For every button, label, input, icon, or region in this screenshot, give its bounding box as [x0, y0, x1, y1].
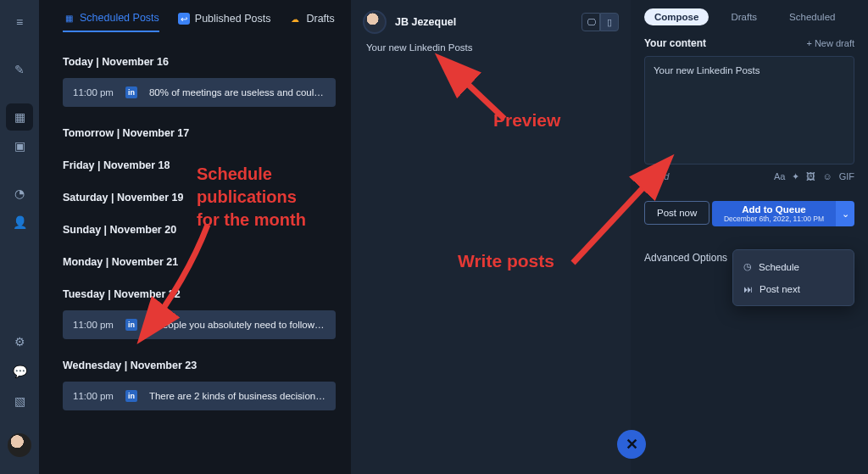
post-editor[interactable]: Your new Linkedin Posts: [644, 56, 854, 165]
scheduled-post-row[interactable]: 11:00 pmin80% of meetings are useless an…: [63, 78, 336, 107]
post-time: 11:00 pm: [73, 87, 114, 98]
new-draft-button[interactable]: + New draft: [806, 38, 854, 48]
post-title: 3 people you absolutely need to follow a…: [149, 320, 326, 330]
ai-icon[interactable]: ✦: [792, 171, 799, 182]
tab-scheduled[interactable]: ▦ Scheduled Posts: [63, 12, 159, 32]
compose-tab-drafts[interactable]: Drafts: [721, 8, 767, 25]
day-label: Friday | November 18: [63, 159, 336, 171]
linkedin-icon: in: [125, 319, 137, 331]
tab-drafts[interactable]: ☁ Drafts: [289, 12, 334, 32]
device-toggle: 🖵 ▯: [581, 13, 619, 31]
preview-author: JB Jezequel: [395, 16, 456, 28]
clock-icon: ◷: [743, 261, 752, 272]
board-icon[interactable]: ▧: [6, 388, 33, 415]
scheduled-post-row[interactable]: 11:00 pmin3 people you absolutely need t…: [63, 310, 336, 339]
day-label: Saturday | November 19: [63, 192, 336, 204]
day-label: Tuesday | November 22: [63, 288, 336, 300]
mobile-icon[interactable]: ▯: [600, 13, 619, 31]
compose-tab-scheduled[interactable]: Scheduled: [779, 8, 845, 25]
post-now-button[interactable]: Post now: [644, 201, 709, 225]
gif-icon[interactable]: GIF: [839, 171, 854, 182]
linkedin-icon: in: [125, 86, 137, 98]
day-label: Monday | November 21: [63, 256, 336, 268]
preview-pane: JB Jezequel 🖵 ▯ Your new Linkedin Posts: [351, 0, 631, 474]
next-icon: ⏭: [743, 284, 753, 294]
content-label: Your content: [644, 37, 706, 49]
published-icon: ↩: [178, 13, 190, 25]
tab-published-label: Published Posts: [195, 13, 271, 25]
avatar[interactable]: [8, 433, 31, 457]
tab-drafts-label: Drafts: [306, 13, 334, 25]
preview-body: Your new Linkedin Posts: [363, 42, 619, 53]
grid-icon[interactable]: ▦: [6, 103, 33, 131]
desktop-icon[interactable]: 🖵: [581, 13, 600, 31]
queue-caret[interactable]: ⌄: [836, 201, 854, 226]
clock-icon[interactable]: ◔: [6, 180, 33, 207]
queue-sub: December 6th, 2022, 11:00 PM: [724, 215, 824, 223]
dropdown-post-next[interactable]: ⏭ Post next: [733, 278, 854, 300]
dropdown-schedule-label: Schedule: [759, 262, 799, 272]
side-rail: ≡ ✎ ▦ ▣ ◔ 👤 ⚙ 💬 ▧: [0, 0, 39, 474]
compose-tab-sent[interactable]: Sent: [857, 8, 868, 25]
post-title: 80% of meetings are useless and could be…: [149, 87, 326, 98]
day-label: Wednesday | November 23: [63, 360, 336, 371]
add-to-queue-button[interactable]: Add to Queue December 6th, 2022, 11:00 P…: [712, 201, 836, 226]
post-time: 11:00 pm: [73, 320, 114, 330]
linkedin-icon: in: [125, 390, 137, 402]
sliders-icon[interactable]: ⚙: [6, 328, 33, 355]
close-button[interactable]: ✕: [617, 430, 646, 459]
avatar: [363, 10, 387, 34]
format-icon[interactable]: Aa: [774, 171, 785, 182]
dropdown-schedule[interactable]: ◷ Schedule: [733, 255, 854, 278]
image-icon[interactable]: ▣: [6, 132, 33, 159]
compose-tab-compose[interactable]: Compose: [644, 8, 709, 25]
editor-tools: Aa ✦ 🖼 ☺ GIF: [774, 171, 854, 182]
emoji-icon[interactable]: ☺: [822, 171, 832, 182]
chat-icon[interactable]: 💬: [6, 358, 33, 385]
queue-button-group: Add to Queue December 6th, 2022, 11:00 P…: [712, 201, 854, 226]
edit-icon[interactable]: ✎: [6, 56, 33, 83]
users-icon[interactable]: 👤: [6, 209, 33, 236]
compose-pane: Compose Drafts Scheduled Sent Your conte…: [631, 0, 868, 474]
day-label: Tomorrow | November 17: [63, 127, 336, 139]
day-label: Sunday | November 20: [63, 224, 336, 236]
schedule-tabs: ▦ Scheduled Posts ↩ Published Posts ☁ Dr…: [63, 12, 336, 32]
image-icon[interactable]: 🖼: [806, 171, 815, 182]
day-label: Today | November 16: [63, 56, 336, 68]
schedule-pane: ▦ Scheduled Posts ↩ Published Posts ☁ Dr…: [39, 0, 351, 474]
drafts-icon: ☁: [289, 13, 301, 25]
post-title: There are 2 kinds of business decisions:…: [149, 391, 326, 401]
post-time: 11:00 pm: [73, 391, 114, 401]
save-status: saved: [644, 171, 669, 182]
scheduled-post-row[interactable]: 11:00 pminThere are 2 kinds of business …: [63, 382, 336, 410]
queue-dropdown: ◷ Schedule ⏭ Post next: [732, 249, 854, 306]
menu-icon[interactable]: ≡: [6, 8, 33, 36]
compose-tabs: Compose Drafts Scheduled Sent: [644, 8, 854, 25]
queue-label: Add to Queue: [724, 204, 824, 215]
tab-published[interactable]: ↩ Published Posts: [178, 12, 271, 32]
calendar-icon: ▦: [63, 12, 75, 24]
dropdown-post-next-label: Post next: [760, 284, 800, 294]
tab-scheduled-label: Scheduled Posts: [80, 12, 159, 24]
